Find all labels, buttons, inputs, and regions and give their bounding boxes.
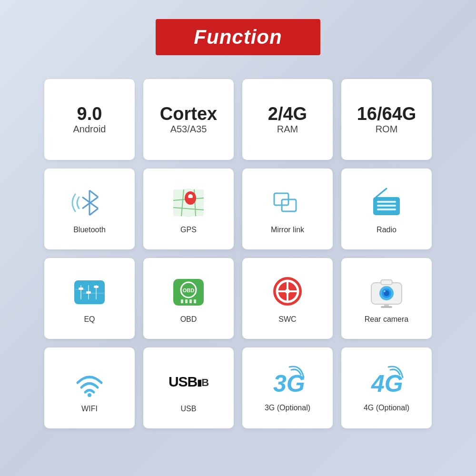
svg-text:OBD: OBD: [183, 288, 195, 293]
obd-label: OBD: [180, 315, 197, 324]
card-obd: OBD OBD: [143, 258, 234, 339]
card-eq: EQ: [44, 258, 135, 339]
card-4g: 4G 4G (Optional): [341, 347, 432, 428]
card-cortex: Cortex A53/A35: [143, 79, 234, 160]
card-mirror: Mirror link: [242, 169, 333, 249]
4g-label: 4G (Optional): [364, 404, 409, 412]
svg-rect-49: [381, 306, 392, 308]
card-usb: USB▮B USB: [143, 347, 234, 428]
svg-line-3: [89, 208, 98, 215]
ram-size: 2/4G: [268, 104, 307, 124]
feature-grid: 9.0 Android Cortex A53/A35 2/4G RAM 16/6…: [44, 79, 432, 428]
radio-label: Radio: [377, 226, 397, 234]
card-wifi: WIFI: [44, 347, 135, 428]
svg-rect-19: [377, 205, 396, 207]
usb-text: USB▮B: [169, 375, 208, 389]
svg-text:3G: 3G: [273, 370, 305, 397]
3g-label: 3G (Optional): [265, 404, 310, 412]
4g-signal-icon: 4G: [367, 364, 406, 400]
card-android: 9.0 Android: [44, 79, 135, 160]
cortex-model: A53/A35: [170, 124, 207, 135]
wifi-icon: [70, 363, 109, 401]
gps-label: GPS: [180, 226, 197, 234]
header-title: Function: [194, 26, 282, 48]
svg-line-16: [376, 188, 387, 197]
svg-text:4G: 4G: [371, 370, 403, 397]
header-banner: Function: [156, 19, 320, 55]
card-rom: 16/64G ROM: [341, 79, 432, 160]
bluetooth-icon: [70, 184, 109, 222]
svg-rect-27: [94, 286, 99, 288]
svg-line-1: [89, 190, 98, 197]
obd-icon: OBD: [169, 273, 208, 311]
wifi-label: WIFI: [81, 405, 98, 413]
eq-label: EQ: [84, 315, 95, 324]
radio-icon: [367, 184, 406, 222]
rom-label: ROM: [376, 124, 398, 135]
rearcam-label: Rear camera: [365, 315, 408, 324]
card-ram: 2/4G RAM: [242, 79, 333, 160]
svg-rect-47: [381, 280, 392, 285]
mirror-icon: [268, 184, 307, 222]
eq-icon: [70, 273, 109, 311]
card-gps: GPS: [143, 169, 234, 249]
swc-label: SWC: [278, 315, 296, 324]
svg-rect-36: [194, 299, 196, 303]
svg-rect-20: [377, 208, 396, 210]
card-3g: 3G 3G (Optional): [242, 347, 333, 428]
svg-point-50: [88, 393, 91, 397]
svg-point-41: [285, 289, 290, 294]
card-swc: SWC: [242, 258, 333, 339]
rom-size: 16/64G: [357, 104, 416, 124]
android-version: 9.0: [77, 104, 102, 124]
rearcam-icon: [367, 273, 406, 311]
svg-rect-33: [181, 299, 183, 303]
card-rearcam: Rear camera: [341, 258, 432, 339]
svg-rect-35: [189, 299, 192, 303]
android-label: Android: [73, 124, 106, 135]
card-bluetooth: Bluetooth: [44, 169, 135, 249]
svg-point-46: [384, 290, 386, 292]
svg-rect-18: [377, 201, 396, 203]
card-radio: Radio: [341, 169, 432, 249]
ram-label: RAM: [277, 124, 298, 135]
usb-label: USB: [181, 405, 197, 413]
3g-signal-icon: 3G: [268, 364, 307, 400]
swc-icon: [268, 273, 307, 311]
gps-icon: [169, 184, 208, 222]
cortex-name: Cortex: [160, 104, 217, 124]
bluetooth-label: Bluetooth: [73, 226, 106, 234]
mirror-label: Mirror link: [271, 226, 304, 234]
svg-rect-34: [185, 299, 188, 303]
